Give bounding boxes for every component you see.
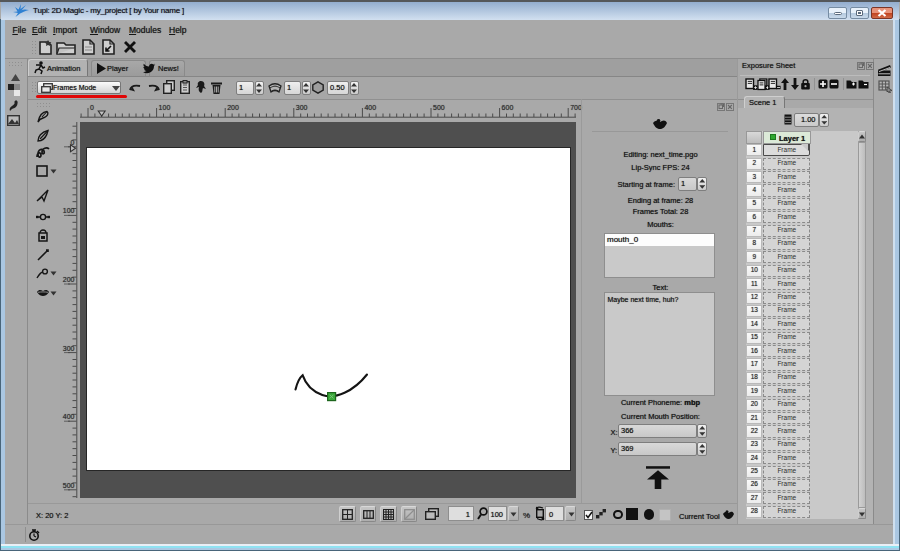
svg-text:500: 500 [63, 482, 75, 489]
svg-text:100: 100 [63, 207, 75, 214]
svg-text:300: 300 [296, 104, 308, 111]
svg-text:500: 500 [433, 104, 445, 111]
svg-text:200: 200 [227, 104, 239, 111]
svg-text:600: 600 [502, 104, 514, 111]
svg-text:300: 300 [63, 345, 75, 352]
svg-text:400: 400 [364, 104, 376, 111]
svg-text:0: 0 [90, 104, 94, 111]
svg-text:200: 200 [63, 276, 75, 283]
svg-text:400: 400 [63, 413, 75, 420]
svg-text:100: 100 [159, 104, 171, 111]
